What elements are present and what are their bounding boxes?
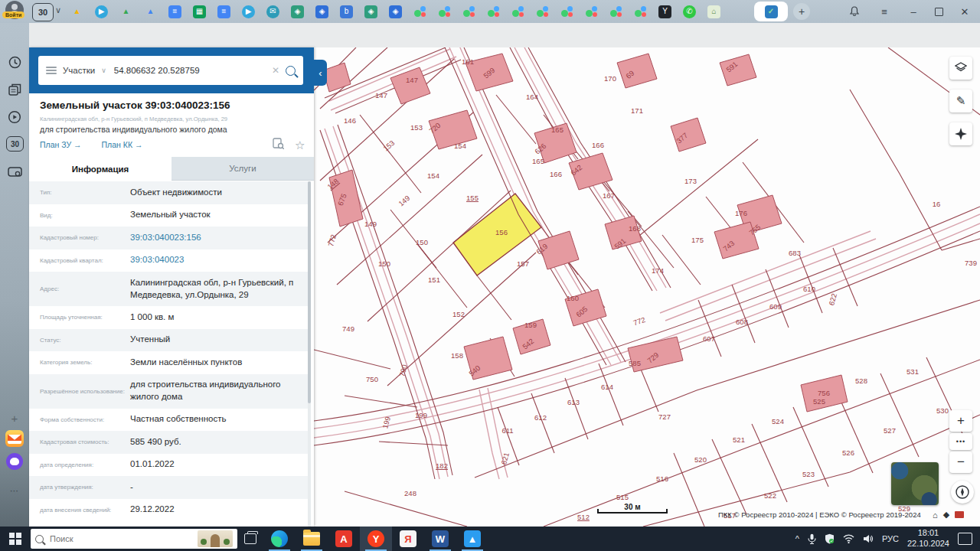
yandex-search-taskbar-button[interactable]: Я [392, 527, 424, 551]
flag-icon[interactable] [955, 511, 964, 518]
star-icon[interactable]: ☆ [295, 139, 305, 152]
photos-taskbar-button[interactable]: ▲ [456, 527, 488, 551]
google-doc-tab-icon[interactable]: ≡ [168, 5, 181, 18]
doc-search-icon[interactable] [273, 138, 284, 152]
yandex-mail-icon[interactable] [5, 430, 24, 447]
clear-icon[interactable]: ✕ [272, 65, 279, 76]
avito-6-tab-icon[interactable] [536, 5, 549, 18]
alice-icon[interactable] [6, 453, 23, 470]
avito-7-tab-icon[interactable] [560, 5, 573, 18]
app-b-tab-icon[interactable]: b [340, 5, 353, 18]
compass-button[interactable] [951, 481, 974, 504]
home-icon[interactable]: ⌂ [933, 510, 938, 520]
start-button[interactable] [0, 527, 31, 551]
menu-icon[interactable] [46, 67, 57, 74]
map-more-button[interactable]: ••• [949, 433, 972, 450]
taskbar-search-input[interactable] [48, 533, 193, 544]
edge-taskbar-button[interactable] [263, 527, 296, 551]
avito-4-tab-icon[interactable] [487, 5, 500, 18]
search-input[interactable] [113, 65, 266, 76]
satellite-layer-thumbnail[interactable] [891, 462, 939, 505]
login-badge[interactable]: Войти [2, 11, 24, 18]
new-tab-button[interactable]: + [793, 3, 810, 20]
google-doc-2-tab-icon[interactable]: ≡ [217, 5, 230, 18]
domclick-tab-icon[interactable]: ⌂ [707, 5, 720, 18]
word-taskbar-button[interactable]: W [424, 527, 456, 551]
sidebar-more-icon[interactable]: ⋯ [6, 482, 23, 499]
news-widget-image[interactable] [198, 530, 233, 547]
profile-avatar[interactable]: Войти [2, 1, 27, 22]
menu-button[interactable]: ≡ [874, 4, 894, 19]
whatsapp-tab-icon[interactable]: ✆ [683, 5, 696, 18]
drive-tab-icon[interactable]: ▲ [70, 5, 83, 18]
avito-2-tab-icon[interactable] [438, 5, 451, 18]
notification-icon[interactable] [958, 533, 972, 545]
collapse-panel-button[interactable]: ‹ [314, 60, 327, 86]
sidebar-add-icon[interactable]: + [6, 409, 23, 426]
plan-kk-link[interactable]: План КК → [102, 140, 143, 149]
yandex-browser-taskbar-button[interactable]: Y [360, 527, 392, 551]
avito-8-tab-icon[interactable] [585, 5, 598, 18]
panel-scrollbar[interactable] [308, 181, 311, 527]
vpn-shield-4-tab-icon[interactable]: ◈ [389, 5, 402, 18]
tab-services[interactable]: Услуги [172, 157, 314, 181]
search-category[interactable]: Участки [63, 66, 95, 75]
objects-button[interactable] [949, 122, 972, 145]
map-canvas[interactable]: 1471471461531531541541551481611641651661… [314, 47, 980, 527]
zoom-out-button[interactable]: − [949, 452, 972, 473]
plan-zu-link[interactable]: План ЗУ → [40, 140, 82, 149]
cadastral-map[interactable]: 1471471461531531541541551481611641651661… [314, 47, 980, 527]
avito-tab-icon[interactable] [413, 5, 426, 18]
chevron-down-icon[interactable]: ∨ [55, 5, 61, 15]
tab-information[interactable]: Информация [29, 157, 172, 181]
taskbar-search[interactable] [31, 529, 237, 549]
tray-expand-icon[interactable]: ^ [795, 534, 799, 543]
acrobat-taskbar-button[interactable]: A [328, 527, 360, 551]
search-bar[interactable]: Участки ∨ ✕ [38, 56, 303, 85]
collections-panel-icon[interactable] [6, 81, 23, 98]
vpn-shield-tab-icon[interactable]: ◈ [291, 5, 304, 18]
parcel-label: 158 [451, 351, 463, 360]
active-tab[interactable]: ✓ [754, 2, 788, 21]
history-icon[interactable] [6, 54, 23, 70]
drive-3-tab-icon[interactable]: ▲ [144, 5, 157, 18]
mail-tab-icon[interactable]: ✉ [266, 5, 279, 18]
language-indicator[interactable]: РУС [882, 534, 899, 543]
measure-button[interactable]: ✎ [949, 90, 972, 112]
yandex-tab-icon[interactable]: Y [658, 5, 671, 18]
vpn-shield-3-tab-icon[interactable]: ◈ [364, 5, 377, 18]
microphone-icon[interactable] [808, 533, 816, 544]
volume-icon[interactable] [863, 534, 874, 543]
vpn-shield-2-tab-icon[interactable]: ◈ [315, 5, 328, 18]
chevron-down-icon[interactable]: ∨ [101, 67, 106, 74]
row-value[interactable]: 39:03:040023 [130, 254, 190, 266]
avito-10-tab-icon[interactable] [634, 5, 647, 18]
minimize-button[interactable]: – [903, 4, 923, 19]
downloads-bell-icon[interactable] [844, 4, 864, 19]
defender-shield-icon[interactable] [825, 533, 835, 544]
drive-2-tab-icon[interactable]: ▲ [119, 5, 132, 18]
search-icon[interactable] [286, 66, 296, 76]
avito-5-tab-icon[interactable] [511, 5, 524, 18]
zoom-in-button[interactable]: + [949, 410, 972, 432]
google-sheet-tab-icon[interactable]: ▦ [193, 5, 206, 18]
explorer-taskbar-button[interactable] [296, 527, 328, 551]
telegram-2-tab-icon[interactable]: ▶ [242, 5, 255, 18]
tab-counter-button[interactable]: 30 [32, 3, 54, 21]
telegram-tab-icon[interactable]: ▶ [95, 5, 108, 18]
wifi-icon[interactable] [843, 534, 854, 543]
video-icon[interactable] [6, 109, 23, 126]
tab-count-icon[interactable]: 30 [6, 136, 24, 152]
parcel-label: 527 [884, 426, 896, 435]
restore-button[interactable] [929, 4, 949, 19]
close-button[interactable]: ✕ [955, 4, 975, 19]
avito-3-tab-icon[interactable] [462, 5, 475, 18]
task-view-button[interactable] [237, 527, 263, 551]
table-row: дата определения:01.01.2022 [29, 454, 311, 477]
clock[interactable]: 18:0122.10.2024 [907, 528, 949, 549]
screenshot-icon[interactable] [6, 164, 23, 181]
layers-button[interactable] [949, 57, 972, 80]
avito-9-tab-icon[interactable] [609, 5, 622, 18]
row-value[interactable]: 39:03:040023:156 [130, 232, 207, 244]
spark-icon[interactable]: ◆ [943, 510, 949, 520]
